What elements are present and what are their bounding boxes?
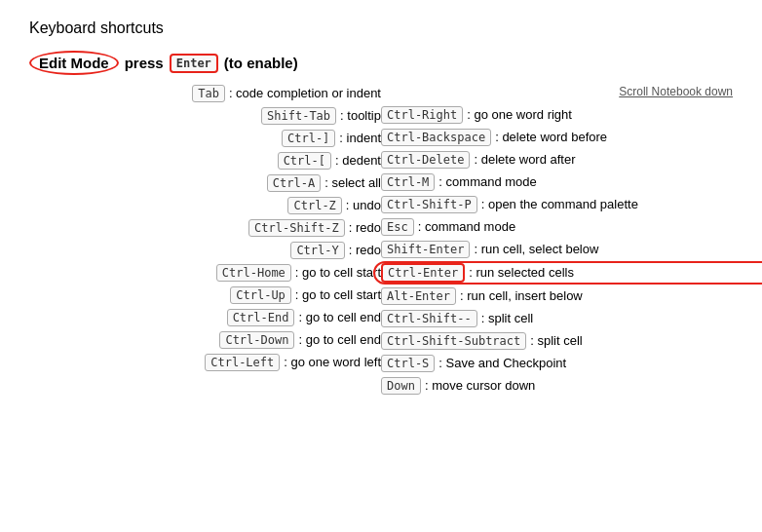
shortcut-key: Ctrl-Down	[219, 331, 294, 349]
shortcut-row: Ctrl-Right: go one word right	[381, 106, 733, 124]
shortcut-key: Ctrl-Right	[381, 106, 463, 124]
shortcut-desc: : select all	[324, 175, 381, 190]
scroll-note[interactable]: Scroll Notebook down	[381, 85, 733, 98]
shortcut-key: Shift-Tab	[261, 107, 336, 125]
shortcut-row: Ctrl-Shift--: split cell	[381, 310, 733, 327]
shortcut-key: Ctrl-Shift--	[381, 310, 477, 327]
shortcut-key: Ctrl-[	[278, 152, 331, 170]
shortcut-key: Ctrl-Shift-Z	[248, 219, 345, 237]
shortcut-row: Ctrl-M: command mode	[381, 173, 733, 191]
shortcut-desc: : split cell	[530, 333, 582, 348]
shortcut-key: Ctrl-End	[227, 309, 295, 326]
page-title: Keyboard shortcuts	[29, 19, 733, 37]
shortcut-key: Down	[381, 377, 421, 395]
shortcut-desc: : indent	[339, 131, 381, 145]
shortcuts-columns: Tab: code completion or indentShift-Tab:…	[29, 85, 733, 399]
shortcut-row: Ctrl-Delete: delete word after	[381, 151, 733, 169]
kbd: Ctrl-Up	[230, 286, 291, 304]
kbd: Ctrl-Shift-Subtract	[381, 332, 526, 350]
shortcut-row: Tab: code completion or indent	[29, 85, 381, 102]
shortcut-key: Shift-Enter	[381, 241, 470, 258]
kbd: Ctrl-A	[267, 174, 321, 192]
shortcut-key: Ctrl-M	[381, 173, 435, 191]
kbd: Ctrl-Shift--	[381, 310, 477, 327]
kbd: Ctrl-Left	[205, 354, 280, 371]
press-label: press	[125, 55, 164, 71]
shortcut-row: Shift-Tab: tooltip	[29, 107, 381, 125]
shortcut-desc: : go one word left	[284, 355, 381, 369]
shortcut-key: Ctrl-Shift-Subtract	[381, 332, 526, 350]
kbd: Ctrl-Down	[219, 331, 294, 349]
shortcut-desc: : redo	[349, 243, 381, 257]
edit-mode-header: Edit Mode press Enter (to enable)	[29, 51, 733, 75]
shortcut-key: Ctrl-Backspace	[381, 129, 491, 146]
kbd: Ctrl-Z	[287, 197, 341, 214]
shortcut-desc: : tooltip	[340, 108, 381, 123]
kbd: Ctrl-Backspace	[381, 129, 491, 146]
shortcut-key: Ctrl-Y	[290, 242, 344, 259]
kbd: Ctrl-[	[278, 152, 331, 170]
shortcut-key: Ctrl-S	[381, 355, 435, 372]
shortcut-desc: : go to cell start	[295, 265, 381, 280]
shortcut-desc: : command mode	[438, 174, 536, 189]
shortcut-row: Ctrl-S: Save and Checkpoint	[381, 355, 733, 372]
shortcut-row: Shift-Enter: run cell, select below	[381, 241, 733, 258]
shortcut-key: Ctrl-Shift-P	[381, 196, 477, 213]
shortcut-key: Ctrl-A	[267, 174, 321, 192]
edit-mode-label: Edit Mode	[29, 51, 119, 75]
shortcut-row: Down: move cursor down	[381, 377, 733, 395]
shortcut-desc: : run selected cells	[469, 265, 574, 280]
shortcut-desc: : go to cell end	[298, 310, 381, 324]
kbd: Ctrl-Home	[216, 264, 291, 282]
kbd: Shift-Tab	[261, 107, 336, 125]
shortcut-row: Ctrl-]: indent	[29, 130, 381, 147]
shortcut-desc: : go to cell start	[295, 287, 381, 302]
shortcut-row: Ctrl-Shift-Subtract: split cell	[381, 332, 733, 350]
suffix-label: (to enable)	[224, 55, 298, 71]
shortcut-key: Ctrl-Left	[205, 354, 280, 371]
shortcut-row: Ctrl-Down: go to cell end	[29, 331, 381, 349]
kbd: Tab	[192, 85, 225, 102]
kbd: Shift-Enter	[381, 241, 470, 258]
shortcut-key: Tab	[192, 85, 225, 102]
shortcut-row: Ctrl-Shift-Z: redo	[29, 219, 381, 237]
shortcut-row: Ctrl-Z: undo	[29, 197, 381, 214]
kbd: Ctrl-Shift-P	[381, 196, 477, 213]
shortcut-desc: : command mode	[418, 219, 515, 234]
shortcut-row: Esc: command mode	[381, 218, 733, 236]
shortcut-row: Ctrl-Left: go one word left	[29, 354, 381, 371]
shortcut-row: Ctrl-A: select all	[29, 174, 381, 192]
shortcut-desc: : dedent	[335, 153, 381, 168]
shortcut-key: Alt-Enter	[381, 287, 456, 305]
shortcut-row: Alt-Enter: run cell, insert below	[381, 287, 733, 305]
shortcut-key: Ctrl-]	[282, 130, 335, 147]
shortcut-desc: : code completion or indent	[229, 86, 381, 100]
kbd: Ctrl-End	[227, 309, 295, 326]
shortcut-row: Ctrl-[: dedent	[29, 152, 381, 170]
shortcut-desc: : move cursor down	[425, 378, 535, 393]
shortcut-key: Ctrl-Home	[216, 264, 291, 282]
shortcut-desc: : redo	[349, 220, 381, 235]
kbd: Ctrl-Shift-Z	[248, 219, 345, 237]
kbd: Ctrl-M	[381, 173, 435, 191]
kbd: Ctrl-Right	[381, 106, 463, 124]
shortcut-desc: : delete word after	[474, 152, 575, 167]
right-column: Scroll Notebook down Ctrl-Right: go one …	[381, 85, 733, 399]
shortcut-key: Ctrl-Up	[230, 286, 291, 304]
shortcut-desc: : run cell, select below	[474, 242, 598, 256]
enter-key-circled: Enter	[170, 54, 218, 73]
shortcut-desc: : Save and Checkpoint	[438, 356, 566, 370]
shortcut-row: Ctrl-Y: redo	[29, 242, 381, 259]
kbd: Ctrl-]	[282, 130, 335, 147]
kbd: Down	[381, 377, 421, 395]
shortcut-row: Ctrl-Home: go to cell start	[29, 264, 381, 282]
shortcut-desc: : go to cell end	[298, 332, 381, 347]
shortcut-desc: : go one word right	[467, 107, 572, 122]
shortcut-desc: : run cell, insert below	[460, 288, 583, 303]
shortcut-key: Ctrl-Z	[287, 197, 341, 214]
kbd: Alt-Enter	[381, 287, 456, 305]
kbd: Ctrl-Delete	[381, 151, 470, 169]
shortcut-row: Ctrl-Backspace: delete word before	[381, 129, 733, 146]
kbd: Esc	[381, 218, 414, 236]
shortcut-key: Ctrl-Enter	[381, 263, 465, 283]
